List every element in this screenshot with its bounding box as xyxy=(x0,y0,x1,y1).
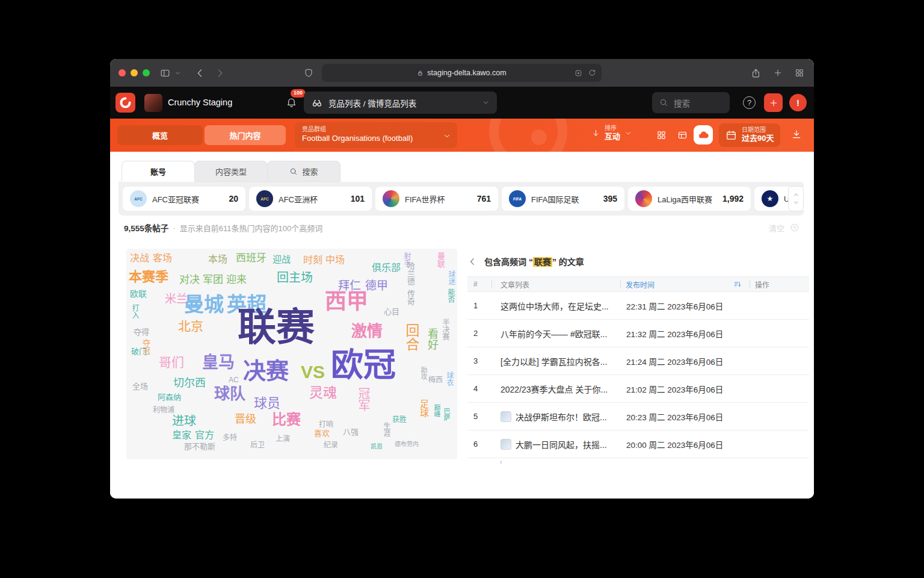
wordcloud-word[interactable]: 北京 xyxy=(178,320,203,332)
wordcloud-word[interactable]: 梅西 xyxy=(428,376,443,384)
wordcloud-word[interactable]: 半决赛 xyxy=(442,319,449,340)
wordcloud-word[interactable]: 多特 xyxy=(223,434,237,441)
wordcloud-word[interactable]: 看好 xyxy=(427,328,437,350)
zoom-window-button[interactable] xyxy=(143,69,150,76)
wordcloud-word[interactable]: 球员 xyxy=(254,397,280,410)
wordcloud-word[interactable]: 决战 xyxy=(130,253,149,263)
table-view-icon[interactable] xyxy=(673,125,692,144)
wordcloud-word[interactable]: 晋级 xyxy=(235,414,256,424)
article-row[interactable]: 1 这两位中场大师，在足坛史... 22:31 周二 2023年6月06日 xyxy=(467,292,809,320)
wordcloud-word[interactable]: 球队 xyxy=(214,386,245,402)
wordcloud-word[interactable]: 那不勒斯 xyxy=(184,443,215,450)
wordcloud-word[interactable]: 夺得 xyxy=(134,328,149,336)
article-row[interactable]: 5 决战伊斯坦布尔！欧冠... 20:23 周二 2023年6月06日 xyxy=(467,403,809,430)
wordcloud-word[interactable]: 巴萨 xyxy=(443,408,449,421)
column-time[interactable]: 发布时间 xyxy=(621,279,750,290)
wordcloud-word[interactable]: 皇马 xyxy=(202,355,235,371)
article-title[interactable]: 决战伊斯坦布尔！欧冠... xyxy=(516,411,607,423)
grid-view-icon[interactable] xyxy=(651,125,671,144)
wordcloud-word[interactable]: 球衣 xyxy=(446,371,453,386)
wordcloud-word[interactable]: 打入 xyxy=(131,304,138,319)
wordcloud-word[interactable]: 全场 xyxy=(132,382,148,390)
wordcloud-word[interactable]: 凯恩 xyxy=(371,444,383,450)
wordcloud-word[interactable]: 足球 xyxy=(419,399,428,417)
tab-overview-icon[interactable] xyxy=(795,68,804,78)
article-row[interactable]: 2 八年前的今天—— #欧冠联... 21:32 周二 2023年6月06日 xyxy=(467,320,809,347)
wordcloud-word[interactable]: 本赛季 xyxy=(129,270,168,284)
account-chip[interactable]: FIFA FIFA国际足联 395 xyxy=(502,187,624,211)
wordcloud-word[interactable]: 巅峰 xyxy=(433,404,440,417)
wordcloud-word[interactable]: 曼城 xyxy=(184,294,224,314)
wordcloud-word[interactable]: 激情 xyxy=(351,323,383,339)
wordcloud-word[interactable]: 获胜 xyxy=(392,416,407,423)
article-title[interactable]: [全力以赴] 学霸瓦拉内祝各... xyxy=(500,355,607,367)
clear-button[interactable]: 清空 xyxy=(769,222,784,234)
wordcloud-word[interactable]: 中场 xyxy=(325,255,345,265)
article-title[interactable]: 大鹏一日同风起，扶摇... xyxy=(516,438,607,450)
back-chevron-icon[interactable] xyxy=(467,256,478,267)
wordcloud-word[interactable]: 德甲 xyxy=(365,280,388,291)
wordcloud-word[interactable]: 皇家 xyxy=(172,430,191,440)
account-chip[interactable]: AFC AFC亚冠联赛 20 xyxy=(123,187,245,211)
wordcloud-word[interactable]: 打响 xyxy=(319,421,333,428)
workspace-name[interactable]: Crunchy Staging xyxy=(168,98,232,107)
accounts-scroll-control[interactable] xyxy=(788,186,804,211)
wordcloud-word[interactable]: 后卫 xyxy=(250,441,265,449)
wordcloud-word[interactable]: 灵魂 xyxy=(309,386,337,400)
wordcloud-word[interactable]: 迎战 xyxy=(273,255,291,264)
wordcloud-word[interactable]: VS xyxy=(301,363,325,381)
wordcloud-word[interactable]: 欧联 xyxy=(130,290,147,298)
sidebar-chevron-icon[interactable] xyxy=(174,70,181,76)
date-range-select[interactable]: 日期范围 过去90天 xyxy=(719,123,780,147)
wordcloud-word[interactable]: 破门 xyxy=(131,347,147,355)
wordcloud-word[interactable]: 联赛 xyxy=(238,308,315,346)
wordcloud-word[interactable]: 传奇 xyxy=(407,290,414,305)
wordcloud-word[interactable]: 客场 xyxy=(153,253,172,263)
wordcloud-word[interactable]: 曼联 xyxy=(437,252,445,268)
wordcloud-word[interactable]: 回合 xyxy=(404,323,418,351)
help-icon[interactable]: ? xyxy=(743,96,756,109)
article-row[interactable]: 4 2022/23赛季大盘点 关于你... 21:02 周二 2023年6月06… xyxy=(467,375,809,403)
notifications-button[interactable]: 100 xyxy=(286,97,297,108)
wordcloud-word[interactable]: 哥们 xyxy=(159,356,184,368)
wordcloud-word[interactable]: 纪录 xyxy=(324,441,338,449)
clear-circle-x-icon[interactable] xyxy=(790,223,799,232)
article-row[interactable]: 3 [全力以赴] 学霸瓦拉内祝各... 21:24 周二 2023年6月06日 xyxy=(467,347,809,375)
tab-search[interactable]: 搜索 xyxy=(267,161,340,182)
account-chip[interactable]: LaLiga西甲联赛 1,992 xyxy=(628,187,751,211)
tab-overview-section[interactable]: 概览 xyxy=(117,125,203,145)
sort-direction-icon[interactable] xyxy=(591,129,600,138)
wordcloud-word[interactable]: 利物浦 xyxy=(153,406,174,414)
privacy-shield-icon[interactable] xyxy=(304,67,313,78)
user-avatar-alert[interactable]: ! xyxy=(789,94,807,111)
wordcloud-word[interactable]: 回主场 xyxy=(277,272,313,284)
wordcloud-word[interactable]: 比赛 xyxy=(272,412,301,427)
account-chip[interactable]: FIFA世界杯 761 xyxy=(375,187,498,211)
wordcloud-word[interactable]: 军团 xyxy=(203,275,223,285)
account-chip[interactable]: AFC AFC亚洲杯 101 xyxy=(249,187,372,211)
wordcloud-word[interactable]: 切尔西 xyxy=(173,378,206,388)
workspace-avatar[interactable] xyxy=(144,94,162,112)
wordcloud-word[interactable]: 时刻 xyxy=(303,255,322,265)
tab-content-type[interactable]: 内容类型 xyxy=(194,161,268,182)
wordcloud-word[interactable]: 能否 xyxy=(447,288,454,303)
wordcloud-word[interactable]: 西甲 xyxy=(325,291,368,312)
wordcloud-word[interactable]: 对决 xyxy=(179,275,200,285)
wordcloud-word[interactable]: 助攻 xyxy=(420,367,427,380)
wordcloud-word[interactable]: 德布劳内 xyxy=(395,441,419,447)
wordcloud-word[interactable]: 本场 xyxy=(208,255,227,264)
back-button[interactable] xyxy=(194,67,206,79)
wordcloud-word[interactable]: 决赛 xyxy=(243,359,289,382)
article-title[interactable]: 这两位中场大师，在足坛史... xyxy=(500,300,609,312)
wordcloud-word[interactable]: 俱乐部 xyxy=(372,263,401,273)
sort-lines-icon[interactable] xyxy=(733,280,742,289)
global-search-input[interactable]: 搜索 xyxy=(652,92,730,113)
new-tab-icon[interactable] xyxy=(773,68,783,78)
wordcloud-word[interactable]: 心目 xyxy=(384,308,399,315)
wordcloud-word[interactable]: 欧冠 xyxy=(331,349,396,381)
add-button[interactable] xyxy=(764,93,783,112)
wordcloud-word[interactable]: AC xyxy=(229,376,239,384)
wordcloud-word[interactable]: 迎来 xyxy=(226,275,247,285)
site-settings-icon[interactable] xyxy=(574,69,582,77)
close-window-button[interactable] xyxy=(119,69,126,76)
